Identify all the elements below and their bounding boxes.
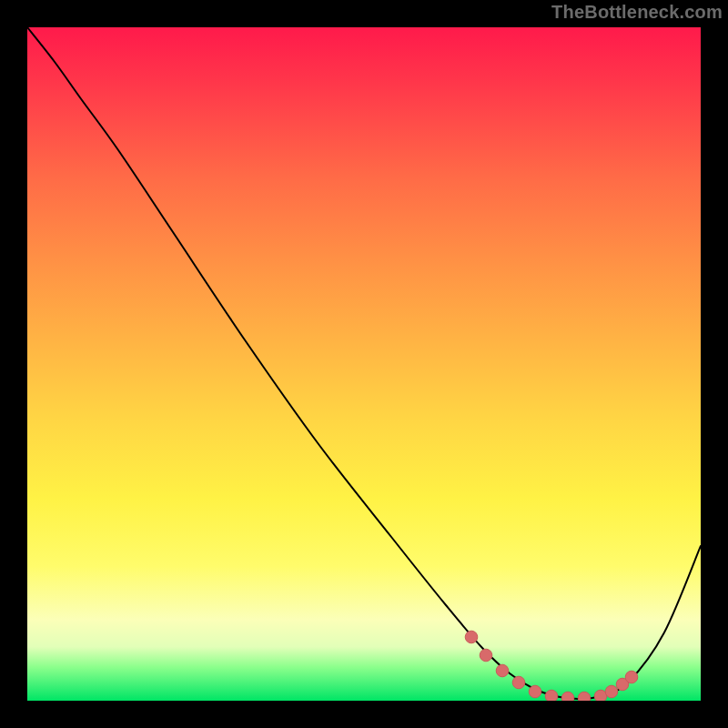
- highlight-dot: [578, 692, 591, 701]
- highlight-dot: [545, 690, 558, 701]
- plot-area: [27, 27, 701, 701]
- highlight-dot: [529, 685, 541, 698]
- highlight-dot: [605, 685, 618, 698]
- watermark-text: TheBottleneck.com: [551, 2, 723, 23]
- highlight-dot: [496, 664, 509, 677]
- highlight-dot: [480, 649, 492, 662]
- highlight-dot: [625, 671, 638, 683]
- chart-svg: [27, 27, 701, 701]
- highlight-dots-group: [465, 631, 638, 701]
- highlight-dot: [465, 631, 478, 643]
- highlight-dot: [561, 692, 574, 701]
- highlight-dot: [512, 676, 525, 689]
- bottleneck-curve: [27, 27, 701, 699]
- chart-frame: TheBottleneck.com: [0, 0, 728, 728]
